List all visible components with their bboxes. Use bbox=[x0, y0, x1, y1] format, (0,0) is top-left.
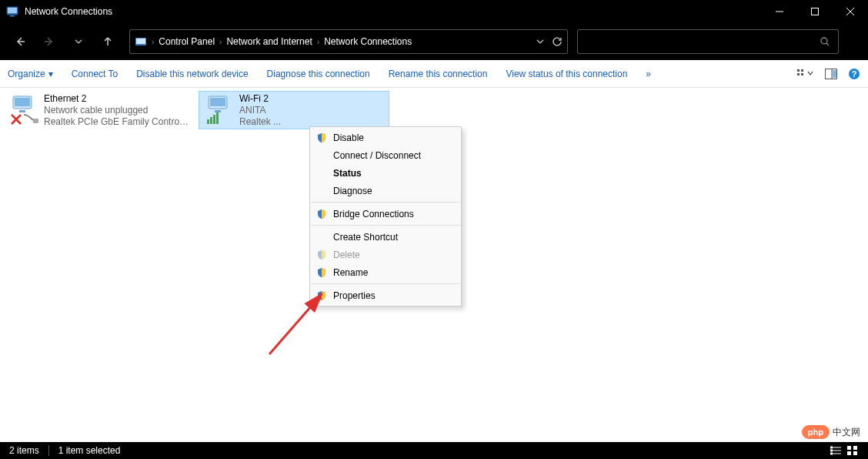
connection-name: Ethernet 2 bbox=[44, 93, 190, 105]
title-bar: Network Connections bbox=[0, 0, 868, 23]
chevron-right-icon: › bbox=[315, 38, 321, 46]
connection-item-wifi[interactable]: Wi-Fi 2 ANITA Realtek ... bbox=[199, 91, 389, 129]
close-button[interactable] bbox=[833, 0, 868, 23]
forward-button[interactable] bbox=[37, 29, 62, 54]
connection-item-ethernet[interactable]: Ethernet 2 Network cable unplugged Realt… bbox=[3, 91, 194, 129]
ctx-delete: Delete bbox=[310, 246, 461, 263]
ctx-rename[interactable]: Rename bbox=[310, 263, 461, 281]
svg-rect-25 bbox=[33, 119, 38, 123]
toolbar-diagnose[interactable]: Diagnose this connection bbox=[267, 69, 370, 79]
svg-rect-29 bbox=[210, 98, 225, 106]
menu-separator bbox=[311, 202, 460, 203]
svg-rect-33 bbox=[213, 115, 215, 124]
ctx-diagnose[interactable]: Diagnose bbox=[310, 182, 461, 199]
shield-icon bbox=[316, 132, 327, 143]
svg-rect-19 bbox=[833, 70, 836, 78]
svg-rect-30 bbox=[215, 110, 221, 112]
chevron-right-icon: › bbox=[150, 38, 155, 46]
chevron-down-icon: ▾ bbox=[48, 69, 53, 79]
view-options-icon[interactable] bbox=[797, 69, 814, 79]
svg-rect-10 bbox=[136, 39, 145, 44]
status-bar: 2 items 1 item selected bbox=[0, 442, 868, 459]
svg-rect-16 bbox=[801, 73, 803, 75]
svg-point-11 bbox=[821, 38, 827, 44]
connection-status: ANITA bbox=[239, 105, 281, 116]
organize-menu[interactable]: Organize ▾ bbox=[8, 69, 53, 79]
minimize-button[interactable] bbox=[762, 0, 797, 23]
ctx-disable[interactable]: Disable bbox=[310, 129, 461, 146]
svg-rect-44 bbox=[847, 451, 851, 455]
svg-rect-4 bbox=[812, 8, 819, 15]
svg-rect-24 bbox=[19, 110, 25, 112]
search-box[interactable] bbox=[577, 29, 839, 54]
breadcrumb-item[interactable]: Network Connections bbox=[321, 36, 415, 47]
connection-device: Realtek ... bbox=[239, 116, 281, 128]
svg-rect-41 bbox=[830, 453, 833, 455]
watermark-text: 中文网 bbox=[833, 426, 860, 439]
nav-bar: › Control Panel › Network and Internet ›… bbox=[0, 23, 868, 60]
menu-separator bbox=[311, 225, 460, 226]
toolbar-rename[interactable]: Rename this connection bbox=[389, 69, 488, 79]
toolbar-connect-to[interactable]: Connect To bbox=[72, 69, 119, 79]
breadcrumb-item[interactable]: Control Panel bbox=[155, 36, 218, 47]
menu-separator bbox=[311, 283, 460, 284]
svg-rect-40 bbox=[830, 450, 833, 452]
svg-rect-31 bbox=[207, 119, 209, 124]
status-separator bbox=[48, 445, 49, 456]
breadcrumb-item[interactable]: Network and Internet bbox=[223, 36, 315, 47]
large-icons-view-icon[interactable] bbox=[846, 445, 859, 456]
svg-rect-13 bbox=[797, 69, 800, 72]
connection-status: Network cable unplugged bbox=[44, 105, 190, 116]
back-button[interactable] bbox=[8, 29, 32, 54]
ctx-status[interactable]: Status bbox=[310, 164, 461, 182]
svg-rect-42 bbox=[847, 446, 851, 450]
shield-icon bbox=[316, 209, 327, 219]
svg-rect-43 bbox=[853, 446, 857, 450]
context-menu: Disable Connect / Disconnect Status Diag… bbox=[309, 126, 462, 307]
svg-rect-14 bbox=[801, 69, 803, 72]
svg-rect-34 bbox=[216, 112, 219, 124]
up-button[interactable] bbox=[95, 29, 120, 54]
ctx-connect-disconnect[interactable]: Connect / Disconnect bbox=[310, 146, 461, 164]
address-bar[interactable]: › Control Panel › Network and Internet ›… bbox=[129, 29, 568, 54]
shield-icon bbox=[316, 250, 327, 260]
svg-rect-32 bbox=[210, 117, 212, 124]
svg-rect-45 bbox=[853, 451, 857, 455]
php-badge: php bbox=[802, 425, 830, 439]
toolbar-overflow[interactable]: » bbox=[646, 69, 651, 79]
toolbar-view-status[interactable]: View status of this connection bbox=[506, 69, 627, 79]
wifi-adapter-icon bbox=[204, 93, 235, 127]
ctx-create-shortcut[interactable]: Create Shortcut bbox=[310, 228, 461, 246]
watermark: php 中文网 bbox=[802, 425, 860, 439]
address-icon bbox=[135, 35, 147, 48]
status-item-count: 2 items bbox=[9, 445, 39, 456]
svg-text:?: ? bbox=[852, 69, 857, 79]
status-selected-count: 1 item selected bbox=[58, 445, 121, 456]
command-bar: Organize ▾ Connect To Disable this netwo… bbox=[0, 60, 868, 88]
help-icon[interactable]: ? bbox=[848, 68, 860, 80]
connection-device: Realtek PCIe GbE Family Controller bbox=[44, 116, 190, 128]
ctx-bridge-connections[interactable]: Bridge Connections bbox=[310, 205, 461, 223]
svg-rect-23 bbox=[15, 98, 30, 106]
network-connections-icon bbox=[6, 5, 18, 18]
svg-rect-39 bbox=[830, 447, 833, 449]
recent-locations-button[interactable] bbox=[66, 29, 91, 54]
svg-rect-15 bbox=[797, 73, 800, 75]
shield-icon bbox=[316, 267, 327, 278]
chevron-right-icon: › bbox=[218, 38, 223, 46]
ctx-properties[interactable]: Properties bbox=[310, 286, 461, 304]
svg-line-12 bbox=[826, 43, 829, 45]
connection-name: Wi-Fi 2 bbox=[239, 93, 281, 105]
window-title: Network Connections bbox=[25, 6, 762, 17]
chevron-down-icon[interactable] bbox=[536, 38, 544, 45]
search-icon bbox=[820, 36, 830, 47]
refresh-icon[interactable] bbox=[552, 36, 563, 47]
preview-pane-icon[interactable] bbox=[825, 69, 837, 79]
toolbar-disable-device[interactable]: Disable this network device bbox=[136, 69, 248, 79]
shield-icon bbox=[316, 290, 327, 301]
maximize-button[interactable] bbox=[797, 0, 833, 23]
details-view-icon[interactable] bbox=[830, 445, 842, 456]
ethernet-adapter-icon bbox=[8, 93, 39, 127]
svg-rect-2 bbox=[10, 15, 15, 17]
svg-rect-1 bbox=[8, 8, 17, 13]
